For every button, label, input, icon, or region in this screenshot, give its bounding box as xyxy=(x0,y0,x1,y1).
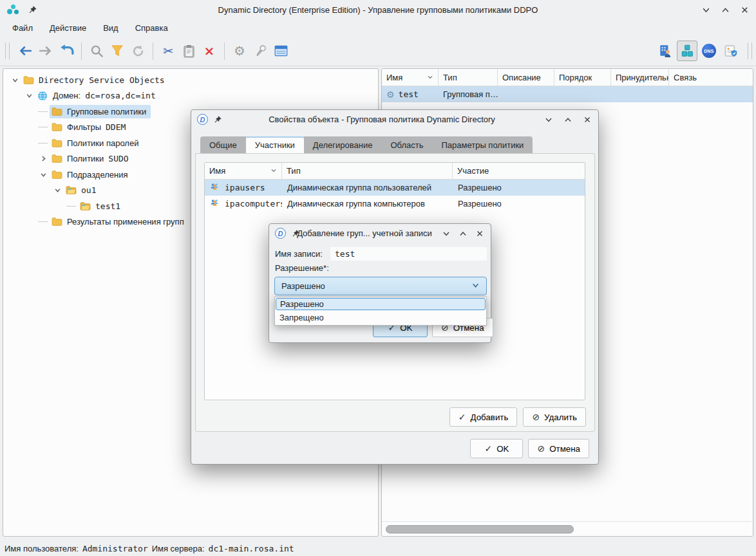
expander-right-icon[interactable] xyxy=(37,151,50,167)
server-label: Имя сервера: xyxy=(152,544,205,553)
dialog-titlebar: D Свойства объекта - Групповая политика … xyxy=(191,110,598,129)
maximize-icon[interactable] xyxy=(458,228,468,239)
undo-icon[interactable] xyxy=(56,41,77,61)
option-allowed[interactable]: Разрешено xyxy=(276,298,486,310)
column-header-order[interactable]: Порядок xyxy=(554,69,611,86)
delete-button[interactable]: × xyxy=(199,41,220,61)
filter-icon[interactable] xyxy=(107,41,128,61)
tree-row-dso[interactable]: Directory Service Objects xyxy=(3,72,378,88)
dd-logo-icon: D xyxy=(197,114,208,125)
expander-down-icon[interactable] xyxy=(37,167,50,182)
tree-row-domain[interactable]: Домен:dc=rosa,dc=int xyxy=(3,88,378,104)
search-icon[interactable] xyxy=(86,41,107,61)
column-header-name[interactable]: Имя xyxy=(205,163,282,179)
ok-button[interactable]: ✓OK xyxy=(470,439,523,458)
user-label: Имя пользователя: xyxy=(5,544,79,553)
maximize-icon[interactable] xyxy=(563,115,573,125)
group-icon xyxy=(210,199,221,208)
dns-icon[interactable]: DNS xyxy=(699,41,719,61)
expander-down-icon[interactable] xyxy=(51,183,64,198)
close-icon[interactable] xyxy=(739,5,750,15)
tree-connector xyxy=(65,198,78,214)
column-header-type[interactable]: Тип xyxy=(439,69,498,86)
menu-file[interactable]: Файл xyxy=(4,21,41,35)
expander-down-icon[interactable] xyxy=(8,72,21,88)
toolbar: ✂ × ⚙ DNS xyxy=(0,36,756,66)
table-header: Имя Тип Описание Порядок Принудительны С… xyxy=(382,69,753,86)
column-header-participation[interactable]: Участие xyxy=(453,163,585,179)
close-icon[interactable] xyxy=(582,115,592,125)
pin-icon[interactable] xyxy=(214,115,223,124)
minimize-icon[interactable] xyxy=(441,228,451,239)
slash-circle-icon: ⊘ xyxy=(537,443,545,454)
member-row-ipacomputers[interactable]: ipacomputers Динамическая группа компьют… xyxy=(205,196,585,212)
policy-report-icon[interactable] xyxy=(721,41,741,61)
member-row-ipausers[interactable]: ipausers Динамическая группа пользовател… xyxy=(205,180,585,196)
expander-down-icon[interactable] xyxy=(23,88,35,104)
column-header-name[interactable]: Имя xyxy=(382,69,439,86)
list-view-icon[interactable] xyxy=(270,41,291,61)
server-value: dc1-main.rosa.int xyxy=(209,544,294,553)
add-group-dialog: D Добавление груп... учетной записи Имя … xyxy=(269,223,491,343)
column-header-enforced[interactable]: Принудительны xyxy=(611,69,669,86)
members-table-header: Имя Тип Участие xyxy=(205,163,585,180)
option-denied[interactable]: Запрещено xyxy=(275,311,486,324)
folder-icon xyxy=(23,75,34,85)
tree-connector xyxy=(37,120,50,135)
record-name-field[interactable]: test xyxy=(330,247,487,261)
app-icon xyxy=(6,4,19,15)
column-header-link[interactable]: Связь xyxy=(669,69,753,86)
close-icon[interactable] xyxy=(475,228,485,239)
tree-connector xyxy=(37,104,50,119)
toolbar-handle[interactable] xyxy=(5,42,10,59)
slash-circle-icon: ⊘ xyxy=(532,412,540,422)
tab-policy-settings[interactable]: Параметры политики xyxy=(432,136,533,153)
tab-members[interactable]: Участники xyxy=(246,136,304,153)
back-button[interactable] xyxy=(15,41,35,61)
cancel-button[interactable]: ⊘Отмена xyxy=(528,439,589,458)
group-icon xyxy=(210,183,221,192)
dynamic-groups-icon[interactable] xyxy=(677,41,697,61)
name-field-label: Имя записи: xyxy=(275,249,323,259)
remove-button[interactable]: ⊘Удалить xyxy=(523,407,586,427)
menu-view[interactable]: Вид xyxy=(95,21,127,35)
statusbar: Имя пользователя: Administrator Имя серв… xyxy=(5,542,294,555)
folder-icon xyxy=(52,138,62,148)
add-button[interactable]: ✓Добавить xyxy=(449,407,518,427)
application-window: Dynamic Directory (Enterprise Edition) -… xyxy=(0,0,756,556)
check-icon: ✓ xyxy=(484,443,492,454)
paste-button[interactable] xyxy=(178,41,199,61)
permission-combobox[interactable]: Разрешено xyxy=(274,277,487,295)
minimize-icon[interactable] xyxy=(543,115,554,125)
tabbar: Общие Участники Делегирование Область Па… xyxy=(200,136,533,153)
tab-delegation[interactable]: Делегирование xyxy=(304,136,382,153)
menu-help[interactable]: Справка xyxy=(127,21,176,35)
minimize-icon[interactable] xyxy=(701,5,711,15)
dd-logo-icon: D xyxy=(275,228,286,239)
tab-scope[interactable]: Область xyxy=(381,136,432,153)
settings-gears-icon[interactable]: ⚙ xyxy=(229,41,250,61)
permission-label: Разрешение*: xyxy=(275,263,329,273)
policy-gear-icon: ⚙ xyxy=(386,90,395,99)
table-row-test[interactable]: ⚙test Групповая п… xyxy=(382,86,753,102)
cut-button[interactable]: ✂ xyxy=(158,41,178,61)
users-computers-icon[interactable] xyxy=(655,41,676,61)
maximize-icon[interactable] xyxy=(720,5,730,15)
horizontal-scrollbar[interactable] xyxy=(384,525,750,533)
scrollbar-thumb[interactable] xyxy=(386,525,574,533)
tree-selected-item[interactable]: Групповые политики xyxy=(50,105,151,118)
column-header-type[interactable]: Тип xyxy=(282,163,453,179)
menubar: Файл Действие Вид Справка xyxy=(0,19,756,36)
column-header-description[interactable]: Описание xyxy=(498,69,554,86)
toolbar-handle-right[interactable] xyxy=(748,42,752,59)
chevron-down-icon xyxy=(471,281,480,292)
refresh-icon[interactable] xyxy=(128,41,148,61)
menu-action[interactable]: Действие xyxy=(41,21,95,35)
forward-button[interactable] xyxy=(35,41,56,61)
folder-icon xyxy=(52,122,62,132)
tab-general[interactable]: Общие xyxy=(200,136,246,153)
flashlight-icon[interactable] xyxy=(250,41,270,61)
dialog-titlebar: D Добавление груп... учетной записи xyxy=(269,224,491,243)
user-value: Administrator xyxy=(82,544,148,553)
pin-icon[interactable] xyxy=(28,5,37,14)
